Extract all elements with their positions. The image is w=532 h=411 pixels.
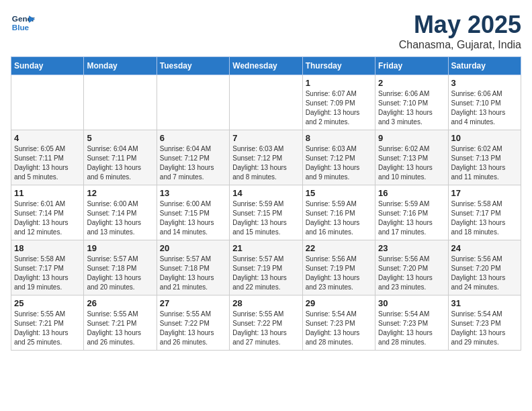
weekday-header: Thursday (302, 57, 375, 75)
calendar-cell: 26Sunrise: 5:55 AM Sunset: 7:21 PM Dayli… (84, 295, 157, 351)
calendar-cell: 7Sunrise: 6:03 AM Sunset: 7:12 PM Daylig… (230, 130, 302, 185)
day-info: Sunrise: 5:54 AM Sunset: 7:23 PM Dayligh… (378, 310, 445, 347)
day-number: 31 (451, 298, 518, 308)
calendar-cell: 8Sunrise: 6:03 AM Sunset: 7:12 PM Daylig… (302, 130, 375, 185)
day-number: 6 (160, 133, 226, 143)
day-number: 19 (87, 243, 153, 253)
calendar-cell: 5Sunrise: 6:04 AM Sunset: 7:11 PM Daylig… (84, 130, 157, 185)
day-number: 11 (14, 188, 81, 198)
day-number: 13 (160, 188, 226, 198)
day-number: 15 (306, 188, 372, 198)
day-info: Sunrise: 5:56 AM Sunset: 7:19 PM Dayligh… (306, 255, 372, 292)
day-info: Sunrise: 5:58 AM Sunset: 7:17 PM Dayligh… (14, 255, 81, 292)
day-number: 16 (378, 188, 445, 198)
calendar-cell: 30Sunrise: 5:54 AM Sunset: 7:23 PM Dayli… (375, 295, 448, 351)
day-info: Sunrise: 5:54 AM Sunset: 7:23 PM Dayligh… (451, 310, 518, 347)
calendar-cell: 15Sunrise: 5:59 AM Sunset: 7:16 PM Dayli… (302, 185, 375, 240)
weekday-header: Tuesday (157, 57, 229, 75)
logo: General Blue General Blue (11, 11, 35, 35)
calendar-cell: 1Sunrise: 6:07 AM Sunset: 7:09 PM Daylig… (302, 75, 375, 130)
day-number: 18 (14, 243, 81, 253)
day-number: 29 (306, 298, 372, 308)
calendar-cell: 11Sunrise: 6:01 AM Sunset: 7:14 PM Dayli… (11, 185, 84, 240)
calendar-cell (11, 75, 84, 130)
day-info: Sunrise: 5:59 AM Sunset: 7:16 PM Dayligh… (378, 199, 445, 237)
day-info: Sunrise: 5:57 AM Sunset: 7:18 PM Dayligh… (87, 255, 153, 292)
calendar-cell: 14Sunrise: 5:59 AM Sunset: 7:15 PM Dayli… (230, 185, 302, 240)
calendar-week-row: 4Sunrise: 6:05 AM Sunset: 7:11 PM Daylig… (11, 130, 521, 185)
calendar-cell: 31Sunrise: 5:54 AM Sunset: 7:23 PM Dayli… (448, 295, 521, 351)
day-number: 3 (451, 78, 518, 88)
day-number: 24 (451, 243, 518, 253)
day-number: 8 (306, 133, 372, 143)
day-info: Sunrise: 6:06 AM Sunset: 7:10 PM Dayligh… (378, 89, 445, 127)
day-info: Sunrise: 6:06 AM Sunset: 7:10 PM Dayligh… (451, 89, 518, 127)
location-subtitle: Chanasma, Gujarat, India (399, 39, 521, 51)
day-number: 21 (232, 243, 299, 253)
calendar-cell: 24Sunrise: 5:56 AM Sunset: 7:20 PM Dayli… (448, 240, 521, 295)
calendar-cell: 13Sunrise: 6:00 AM Sunset: 7:15 PM Dayli… (157, 185, 229, 240)
logo-icon: General Blue (11, 11, 35, 35)
day-info: Sunrise: 6:07 AM Sunset: 7:09 PM Dayligh… (306, 89, 372, 127)
day-number: 5 (87, 133, 153, 143)
title-block: May 2025 Chanasma, Gujarat, India (399, 11, 521, 51)
weekday-header: Monday (84, 57, 157, 75)
day-number: 12 (87, 188, 153, 198)
day-info: Sunrise: 5:54 AM Sunset: 7:23 PM Dayligh… (306, 310, 372, 347)
day-number: 2 (378, 78, 445, 88)
day-info: Sunrise: 5:55 AM Sunset: 7:22 PM Dayligh… (232, 310, 299, 347)
day-info: Sunrise: 6:04 AM Sunset: 7:12 PM Dayligh… (160, 144, 226, 182)
day-info: Sunrise: 6:03 AM Sunset: 7:12 PM Dayligh… (232, 144, 299, 182)
day-info: Sunrise: 6:00 AM Sunset: 7:14 PM Dayligh… (87, 199, 153, 237)
day-info: Sunrise: 5:56 AM Sunset: 7:20 PM Dayligh… (451, 255, 518, 292)
calendar-cell: 18Sunrise: 5:58 AM Sunset: 7:17 PM Dayli… (11, 240, 84, 295)
calendar-cell: 23Sunrise: 5:56 AM Sunset: 7:20 PM Dayli… (375, 240, 448, 295)
calendar-cell: 6Sunrise: 6:04 AM Sunset: 7:12 PM Daylig… (157, 130, 229, 185)
weekday-header-row: SundayMondayTuesdayWednesdayThursdayFrid… (11, 57, 521, 75)
day-info: Sunrise: 5:56 AM Sunset: 7:20 PM Dayligh… (378, 255, 445, 292)
day-number: 26 (87, 298, 153, 308)
day-number: 25 (14, 298, 81, 308)
day-info: Sunrise: 6:01 AM Sunset: 7:14 PM Dayligh… (14, 199, 81, 237)
day-number: 9 (378, 133, 445, 143)
weekday-header: Saturday (448, 57, 521, 75)
day-number: 28 (232, 298, 299, 308)
day-info: Sunrise: 6:00 AM Sunset: 7:15 PM Dayligh… (160, 199, 226, 237)
calendar-cell: 10Sunrise: 6:02 AM Sunset: 7:13 PM Dayli… (448, 130, 521, 185)
day-number: 14 (232, 188, 299, 198)
calendar-week-row: 25Sunrise: 5:55 AM Sunset: 7:21 PM Dayli… (11, 295, 521, 351)
calendar-week-row: 1Sunrise: 6:07 AM Sunset: 7:09 PM Daylig… (11, 75, 521, 130)
weekday-header: Sunday (11, 57, 84, 75)
day-info: Sunrise: 6:02 AM Sunset: 7:13 PM Dayligh… (378, 144, 445, 182)
day-info: Sunrise: 6:02 AM Sunset: 7:13 PM Dayligh… (451, 144, 518, 182)
day-info: Sunrise: 5:57 AM Sunset: 7:19 PM Dayligh… (232, 255, 299, 292)
month-title: May 2025 (399, 11, 521, 39)
page-header: General Blue General Blue May 2025 Chana… (11, 11, 521, 51)
day-number: 17 (451, 188, 518, 198)
calendar-week-row: 18Sunrise: 5:58 AM Sunset: 7:17 PM Dayli… (11, 240, 521, 295)
day-number: 10 (451, 133, 518, 143)
day-info: Sunrise: 5:59 AM Sunset: 7:16 PM Dayligh… (306, 199, 372, 237)
calendar-cell: 19Sunrise: 5:57 AM Sunset: 7:18 PM Dayli… (84, 240, 157, 295)
day-number: 7 (232, 133, 299, 143)
calendar-cell: 29Sunrise: 5:54 AM Sunset: 7:23 PM Dayli… (302, 295, 375, 351)
calendar-cell: 12Sunrise: 6:00 AM Sunset: 7:14 PM Dayli… (84, 185, 157, 240)
calendar-cell: 3Sunrise: 6:06 AM Sunset: 7:10 PM Daylig… (448, 75, 521, 130)
day-number: 1 (306, 78, 372, 88)
calendar-cell: 22Sunrise: 5:56 AM Sunset: 7:19 PM Dayli… (302, 240, 375, 295)
calendar-cell: 16Sunrise: 5:59 AM Sunset: 7:16 PM Dayli… (375, 185, 448, 240)
day-number: 30 (378, 298, 445, 308)
day-info: Sunrise: 5:55 AM Sunset: 7:21 PM Dayligh… (14, 310, 81, 347)
calendar-cell (230, 75, 302, 130)
calendar-cell: 21Sunrise: 5:57 AM Sunset: 7:19 PM Dayli… (230, 240, 302, 295)
day-number: 27 (160, 298, 226, 308)
day-info: Sunrise: 5:57 AM Sunset: 7:18 PM Dayligh… (160, 255, 226, 292)
calendar-cell: 4Sunrise: 6:05 AM Sunset: 7:11 PM Daylig… (11, 130, 84, 185)
day-info: Sunrise: 5:59 AM Sunset: 7:15 PM Dayligh… (232, 199, 299, 237)
day-info: Sunrise: 6:03 AM Sunset: 7:12 PM Dayligh… (306, 144, 372, 182)
calendar-week-row: 11Sunrise: 6:01 AM Sunset: 7:14 PM Dayli… (11, 185, 521, 240)
calendar-cell (157, 75, 229, 130)
calendar-cell: 27Sunrise: 5:55 AM Sunset: 7:22 PM Dayli… (157, 295, 229, 351)
day-number: 20 (160, 243, 226, 253)
day-number: 22 (306, 243, 372, 253)
